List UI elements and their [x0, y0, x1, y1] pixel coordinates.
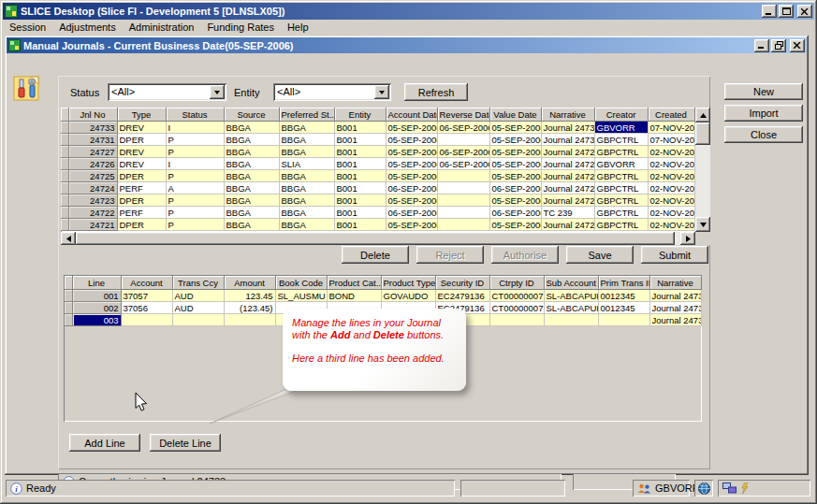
grid-cell[interactable]: BBGA	[279, 122, 334, 134]
table-row[interactable]: 24731DPERPBBGABBGAB00105-SEP-200605-SEP-…	[61, 134, 694, 146]
grid-cell[interactable]	[437, 134, 489, 146]
grid-cell[interactable]: GOVAUDO	[381, 290, 435, 302]
column-header[interactable]: Security ID	[435, 276, 489, 290]
grid-cell[interactable]: BBGA	[279, 134, 334, 146]
column-header[interactable]: Product Type	[381, 276, 435, 290]
vertical-scrollbar[interactable]	[695, 108, 710, 232]
grid-cell[interactable]: PERF	[117, 207, 166, 219]
row-header-cell[interactable]	[61, 194, 68, 207]
grid-cell[interactable]: B001	[334, 182, 386, 194]
menu-item[interactable]: Help	[281, 21, 315, 34]
grid-cell[interactable]: 05-SEP-2006	[489, 158, 541, 170]
grid-cell[interactable]: BBGA	[224, 122, 279, 134]
grid-cell[interactable]: GBPCTRL	[594, 194, 648, 207]
grid-cell[interactable]: BBGA	[279, 182, 334, 194]
row-header-cell[interactable]	[61, 219, 68, 231]
table-row[interactable]: 24723DPERPBBGABBGAB00105-SEP-200605-SEP-…	[61, 194, 694, 207]
grid-cell[interactable]: DPER	[117, 170, 166, 182]
grid-cell[interactable]: BOND	[327, 290, 381, 302]
grid-cell[interactable]: 37056	[121, 302, 172, 314]
scroll-right-icon[interactable]	[680, 232, 695, 245]
column-header[interactable]: Book Code	[275, 276, 327, 290]
grid-cell[interactable]: 05-SEP-2006	[386, 194, 437, 207]
grid-cell[interactable]: BBGA	[224, 146, 279, 158]
grid-cell[interactable]: GBPCTRL	[594, 170, 648, 182]
grid-cell[interactable]: I	[166, 122, 224, 134]
scroll-down-icon[interactable]	[695, 217, 710, 232]
column-header[interactable]: Type	[117, 108, 166, 122]
column-header[interactable]: Narrative	[541, 108, 594, 122]
grid-cell[interactable]: P	[166, 146, 224, 158]
row-header-cell[interactable]: 24721	[68, 219, 117, 231]
row-header-cell[interactable]: 24725	[68, 170, 117, 182]
row-header-cell[interactable]	[65, 290, 72, 302]
grid-cell[interactable]: 05-SEP-2006	[386, 122, 437, 134]
grid-cell[interactable]	[437, 207, 489, 219]
grid-cell[interactable]: 05-SEP-2006	[489, 122, 541, 134]
grid-cell[interactable]: B001	[334, 146, 386, 158]
grid-cell[interactable]: 05-SEP-2006	[386, 170, 437, 182]
chevron-down-icon[interactable]	[210, 85, 225, 99]
grid-cell[interactable]: BBGA	[224, 134, 279, 146]
grid-cell[interactable]	[544, 314, 598, 326]
grid-cell[interactable]: Journal 2472...	[541, 194, 594, 207]
table-row[interactable]: 24725DPERPBBGABBGAB00105-SEP-200605-SEP-…	[61, 170, 694, 182]
column-header[interactable]	[61, 108, 68, 122]
grid-cell[interactable]: BBGA	[224, 219, 279, 231]
grid-cell[interactable]: Journal 2473...	[649, 302, 701, 314]
import-button[interactable]: Import	[724, 105, 803, 122]
grid-cell[interactable]	[224, 314, 275, 326]
grid-cell[interactable]: 05-SEP-2006	[386, 219, 437, 231]
grid-cell[interactable]: GBPCTRL	[594, 182, 648, 194]
column-header[interactable]: Account	[121, 276, 172, 290]
grid-cell[interactable]: P	[166, 207, 224, 219]
grid-cell[interactable]: 05-SEP-2006	[386, 146, 437, 158]
grid-cell[interactable]: BBGA	[224, 158, 279, 170]
column-header[interactable]: Entity	[334, 108, 386, 122]
grid-cell[interactable]: 02-NOV-200...	[648, 146, 694, 158]
child-minimize-icon[interactable]	[754, 39, 769, 52]
grid-cell[interactable]: GBPCTRL	[594, 146, 648, 158]
grid-cell[interactable]	[437, 219, 489, 231]
column-header[interactable]: Narrative	[649, 276, 701, 290]
grid-cell[interactable]	[598, 314, 649, 326]
grid-cell[interactable]: Journal 2472...	[541, 158, 594, 170]
grid-cell[interactable]: B001	[334, 158, 386, 170]
grid-cell[interactable]	[172, 314, 224, 326]
horizontal-scrollbar[interactable]	[61, 232, 695, 245]
column-header[interactable]	[65, 276, 72, 290]
table-row[interactable]: 24733DREVIBBGABBGAB00105-SEP-200606-SEP-…	[61, 122, 694, 134]
menu-item[interactable]: Adjustments	[52, 21, 123, 34]
grid-cell[interactable]: Journal 2473...	[649, 290, 701, 302]
column-header[interactable]: Trans Ccy	[172, 276, 224, 290]
close-button[interactable]: Close	[724, 126, 803, 143]
grid-cell[interactable]: 07-NOV-200...	[648, 122, 694, 134]
scrollbar-thumb[interactable]	[76, 232, 675, 245]
column-header[interactable]: Jnl No	[68, 108, 117, 122]
grid-cell[interactable]: P	[166, 219, 224, 231]
grid-cell[interactable]: GBPCTRL	[594, 207, 648, 219]
grid-cell[interactable]: SL_AUSMU	[275, 290, 327, 302]
grid-cell[interactable]	[437, 194, 489, 207]
row-header-cell[interactable]	[61, 122, 68, 134]
row-header-cell[interactable]	[65, 314, 72, 326]
menu-item[interactable]: Session	[3, 21, 52, 34]
grid-cell[interactable]: P	[166, 170, 224, 182]
column-header[interactable]: Value Date	[489, 108, 541, 122]
grid-cell[interactable]: BBGA	[224, 207, 279, 219]
scrollbar-thumb[interactable]	[695, 122, 710, 145]
row-header-cell[interactable]: 24727	[68, 146, 117, 158]
grid-cell[interactable]: BBGA	[279, 219, 334, 231]
grid-cell[interactable]: 02-NOV-200...	[648, 170, 694, 182]
grid-cell[interactable]: SL-ABCAPUK	[544, 302, 598, 314]
row-header-cell[interactable]: 001	[72, 290, 121, 302]
column-header[interactable]: Status	[166, 108, 224, 122]
grid-cell[interactable]: DPER	[117, 194, 166, 207]
grid-cell[interactable]: Journal 2472...	[541, 182, 594, 194]
grid-cell[interactable]: DPER	[117, 219, 166, 231]
table-row[interactable]: 24727DREVPBBGABBGAB00105-SEP-200606-SEP-…	[61, 146, 694, 158]
grid-cell[interactable]: Journal 2472...	[541, 219, 594, 231]
grid-cell[interactable]: BBGA	[279, 194, 334, 207]
table-row[interactable]: 24724PERFABBGABBGAB00106-SEP-200606-SEP-…	[61, 182, 694, 194]
row-header-cell[interactable]: 002	[72, 302, 121, 314]
